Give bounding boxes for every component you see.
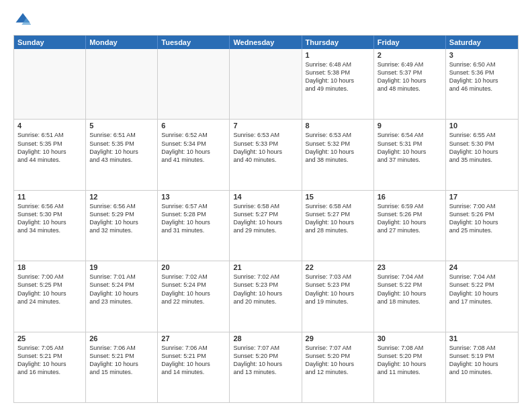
day-number: 9 [378, 122, 442, 130]
calendar-week: 4Sunrise: 6:51 AM Sunset: 5:35 PM Daylig… [14, 120, 518, 190]
day-number: 19 [89, 263, 154, 271]
day-info: Sunrise: 6:59 AM Sunset: 5:26 PM Dayligh… [378, 202, 442, 235]
cal-cell-empty [158, 49, 230, 119]
day-info: Sunrise: 7:00 AM Sunset: 5:25 PM Dayligh… [17, 273, 82, 306]
day-info: Sunrise: 7:06 AM Sunset: 5:21 PM Dayligh… [161, 344, 226, 377]
day-number: 20 [161, 263, 226, 271]
calendar-week: 11Sunrise: 6:56 AM Sunset: 5:30 PM Dayli… [14, 191, 518, 261]
cal-cell: 11Sunrise: 6:56 AM Sunset: 5:30 PM Dayli… [14, 191, 86, 261]
cal-cell: 28Sunrise: 7:07 AM Sunset: 5:20 PM Dayli… [230, 332, 302, 402]
logo [13, 11, 35, 30]
cal-cell: 3Sunrise: 6:50 AM Sunset: 5:36 PM Daylig… [446, 49, 518, 119]
calendar-header: SundayMondayTuesdayWednesdayThursdayFrid… [14, 36, 518, 49]
cal-cell: 19Sunrise: 7:01 AM Sunset: 5:24 PM Dayli… [86, 261, 158, 331]
cal-cell: 31Sunrise: 7:08 AM Sunset: 5:19 PM Dayli… [446, 332, 518, 402]
cal-cell: 27Sunrise: 7:06 AM Sunset: 5:21 PM Dayli… [158, 332, 230, 402]
cal-cell: 12Sunrise: 6:56 AM Sunset: 5:29 PM Dayli… [86, 191, 158, 261]
cal-cell-empty [230, 49, 302, 119]
cal-cell: 30Sunrise: 7:08 AM Sunset: 5:20 PM Dayli… [374, 332, 446, 402]
cal-cell: 16Sunrise: 6:59 AM Sunset: 5:26 PM Dayli… [374, 191, 446, 261]
day-info: Sunrise: 6:58 AM Sunset: 5:27 PM Dayligh… [306, 202, 370, 235]
day-number: 30 [378, 334, 442, 342]
day-info: Sunrise: 7:07 AM Sunset: 5:20 PM Dayligh… [306, 344, 370, 377]
day-info: Sunrise: 7:02 AM Sunset: 5:23 PM Dayligh… [233, 273, 298, 306]
day-number: 12 [89, 193, 154, 201]
day-number: 26 [89, 334, 154, 342]
day-info: Sunrise: 6:49 AM Sunset: 5:37 PM Dayligh… [378, 60, 442, 93]
day-number: 15 [306, 193, 370, 201]
cal-header-cell: Monday [86, 36, 158, 49]
day-info: Sunrise: 6:58 AM Sunset: 5:27 PM Dayligh… [233, 202, 298, 235]
cal-cell: 21Sunrise: 7:02 AM Sunset: 5:23 PM Dayli… [230, 261, 302, 331]
day-info: Sunrise: 7:03 AM Sunset: 5:23 PM Dayligh… [306, 273, 370, 306]
day-number: 7 [233, 122, 298, 130]
calendar: SundayMondayTuesdayWednesdayThursdayFrid… [13, 35, 519, 403]
calendar-week: 18Sunrise: 7:00 AM Sunset: 5:25 PM Dayli… [14, 261, 518, 332]
cal-header-cell: Saturday [446, 36, 518, 49]
day-number: 23 [378, 263, 442, 271]
cal-cell: 7Sunrise: 6:53 AM Sunset: 5:33 PM Daylig… [230, 120, 302, 189]
day-number: 22 [306, 263, 370, 271]
cal-cell: 2Sunrise: 6:49 AM Sunset: 5:37 PM Daylig… [374, 49, 446, 119]
calendar-week: 1Sunrise: 6:48 AM Sunset: 5:38 PM Daylig… [14, 49, 518, 120]
day-number: 18 [17, 263, 82, 271]
cal-cell: 23Sunrise: 7:04 AM Sunset: 5:22 PM Dayli… [374, 261, 446, 331]
cal-cell: 22Sunrise: 7:03 AM Sunset: 5:23 PM Dayli… [302, 261, 374, 331]
cal-header-cell: Thursday [302, 36, 374, 49]
calendar-body: 1Sunrise: 6:48 AM Sunset: 5:38 PM Daylig… [14, 49, 518, 402]
day-info: Sunrise: 6:53 AM Sunset: 5:32 PM Dayligh… [306, 131, 370, 164]
day-info: Sunrise: 6:48 AM Sunset: 5:38 PM Dayligh… [306, 60, 370, 93]
day-info: Sunrise: 7:02 AM Sunset: 5:24 PM Dayligh… [161, 273, 226, 306]
day-info: Sunrise: 6:54 AM Sunset: 5:31 PM Dayligh… [378, 131, 442, 164]
day-info: Sunrise: 7:00 AM Sunset: 5:26 PM Dayligh… [449, 202, 515, 235]
cal-cell: 20Sunrise: 7:02 AM Sunset: 5:24 PM Dayli… [158, 261, 230, 331]
cal-cell: 18Sunrise: 7:00 AM Sunset: 5:25 PM Dayli… [14, 261, 86, 331]
day-number: 16 [378, 193, 442, 201]
cal-cell: 24Sunrise: 7:04 AM Sunset: 5:22 PM Dayli… [446, 261, 518, 331]
day-number: 13 [161, 193, 226, 201]
day-info: Sunrise: 6:57 AM Sunset: 5:28 PM Dayligh… [161, 202, 226, 235]
page: SundayMondayTuesdayWednesdayThursdayFrid… [0, 0, 532, 411]
day-info: Sunrise: 6:51 AM Sunset: 5:35 PM Dayligh… [17, 131, 82, 164]
day-number: 2 [378, 51, 442, 59]
day-number: 27 [161, 334, 226, 342]
day-number: 25 [17, 334, 82, 342]
day-info: Sunrise: 6:51 AM Sunset: 5:35 PM Dayligh… [89, 131, 154, 164]
day-number: 21 [233, 263, 298, 271]
cal-cell: 17Sunrise: 7:00 AM Sunset: 5:26 PM Dayli… [446, 191, 518, 261]
day-info: Sunrise: 7:05 AM Sunset: 5:21 PM Dayligh… [17, 344, 82, 377]
cal-cell: 13Sunrise: 6:57 AM Sunset: 5:28 PM Dayli… [158, 191, 230, 261]
calendar-week: 25Sunrise: 7:05 AM Sunset: 5:21 PM Dayli… [14, 332, 518, 402]
day-info: Sunrise: 7:04 AM Sunset: 5:22 PM Dayligh… [378, 273, 442, 306]
day-number: 17 [449, 193, 515, 201]
day-number: 31 [449, 334, 515, 342]
cal-header-cell: Sunday [14, 36, 86, 49]
cal-header-cell: Wednesday [230, 36, 302, 49]
day-info: Sunrise: 7:01 AM Sunset: 5:24 PM Dayligh… [89, 273, 154, 306]
day-number: 28 [233, 334, 298, 342]
day-info: Sunrise: 6:50 AM Sunset: 5:36 PM Dayligh… [449, 60, 515, 93]
day-number: 8 [306, 122, 370, 130]
day-info: Sunrise: 6:56 AM Sunset: 5:29 PM Dayligh… [89, 202, 154, 235]
day-number: 1 [306, 51, 370, 59]
day-number: 10 [449, 122, 515, 130]
cal-cell: 6Sunrise: 6:52 AM Sunset: 5:34 PM Daylig… [158, 120, 230, 189]
cal-cell-empty [14, 49, 86, 119]
cal-cell: 15Sunrise: 6:58 AM Sunset: 5:27 PM Dayli… [302, 191, 374, 261]
day-info: Sunrise: 6:52 AM Sunset: 5:34 PM Dayligh… [161, 131, 226, 164]
cal-cell: 9Sunrise: 6:54 AM Sunset: 5:31 PM Daylig… [374, 120, 446, 189]
cal-cell: 5Sunrise: 6:51 AM Sunset: 5:35 PM Daylig… [86, 120, 158, 189]
cal-cell: 8Sunrise: 6:53 AM Sunset: 5:32 PM Daylig… [302, 120, 374, 189]
day-info: Sunrise: 7:08 AM Sunset: 5:19 PM Dayligh… [449, 344, 515, 377]
day-number: 24 [449, 263, 515, 271]
cal-cell: 25Sunrise: 7:05 AM Sunset: 5:21 PM Dayli… [14, 332, 86, 402]
cal-cell: 1Sunrise: 6:48 AM Sunset: 5:38 PM Daylig… [302, 49, 374, 119]
day-info: Sunrise: 6:56 AM Sunset: 5:30 PM Dayligh… [17, 202, 82, 235]
cal-cell: 4Sunrise: 6:51 AM Sunset: 5:35 PM Daylig… [14, 120, 86, 189]
day-info: Sunrise: 6:53 AM Sunset: 5:33 PM Dayligh… [233, 131, 298, 164]
day-info: Sunrise: 7:08 AM Sunset: 5:20 PM Dayligh… [378, 344, 442, 377]
cal-cell: 29Sunrise: 7:07 AM Sunset: 5:20 PM Dayli… [302, 332, 374, 402]
day-info: Sunrise: 7:07 AM Sunset: 5:20 PM Dayligh… [233, 344, 298, 377]
cal-cell-empty [86, 49, 158, 119]
day-number: 4 [17, 122, 82, 130]
